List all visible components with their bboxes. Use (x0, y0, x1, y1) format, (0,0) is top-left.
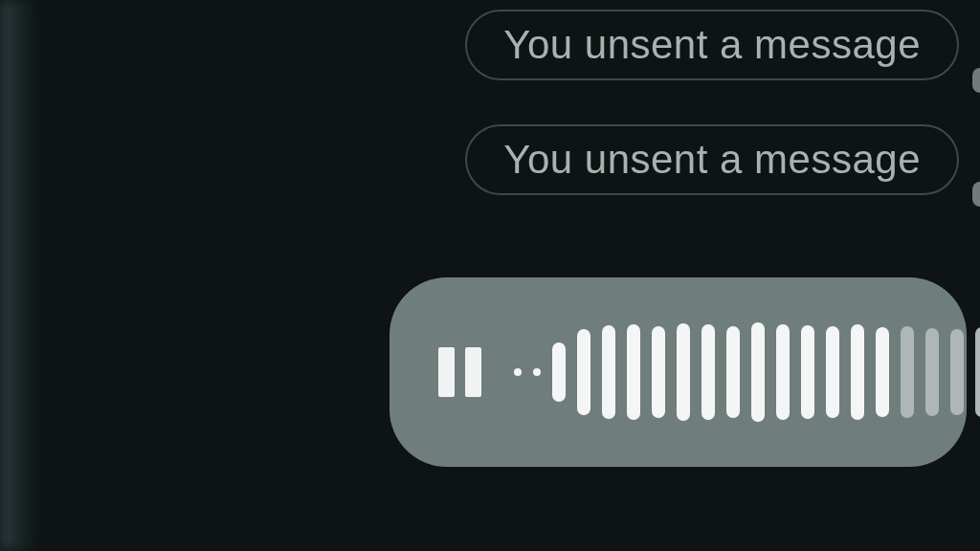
pause-button[interactable] (432, 344, 487, 400)
waveform-bar (552, 342, 566, 402)
waveform-bar (677, 323, 690, 421)
waveform-bar (901, 326, 914, 418)
waveform-bar (950, 329, 964, 415)
waveform-bar (876, 327, 889, 417)
pause-icon (465, 347, 481, 397)
waveform-bar (975, 327, 980, 417)
waveform-bar (627, 324, 640, 420)
chat-viewport: You unsent a message You unsent a messag… (0, 0, 980, 551)
unsent-message-text: You unsent a message (503, 137, 921, 183)
waveform-bar (533, 368, 541, 376)
waveform-bar (776, 324, 790, 420)
delivery-status-dot (972, 182, 980, 207)
waveform-bar (851, 324, 864, 420)
waveform-bar (925, 328, 939, 416)
unsent-message-pill[interactable]: You unsent a message (465, 10, 959, 80)
chat-column: You unsent a message You unsent a messag… (329, 0, 980, 551)
waveform-bar (726, 326, 740, 418)
waveform-bar (702, 324, 715, 420)
waveform-bar (751, 322, 765, 422)
unsent-message-text: You unsent a message (503, 22, 921, 68)
waveform-bar (514, 368, 522, 376)
delivery-status-dot (972, 68, 980, 93)
waveform-bar (602, 325, 615, 419)
waveform-bar (826, 326, 839, 418)
waveform-bar (577, 329, 590, 415)
audio-waveform[interactable] (514, 320, 980, 425)
waveform-bar (801, 325, 814, 419)
voice-message-bubble[interactable]: 0:17 (390, 277, 967, 467)
waveform-bar (652, 326, 665, 418)
pause-icon (438, 347, 455, 397)
unsent-message-pill[interactable]: You unsent a message (465, 124, 959, 195)
